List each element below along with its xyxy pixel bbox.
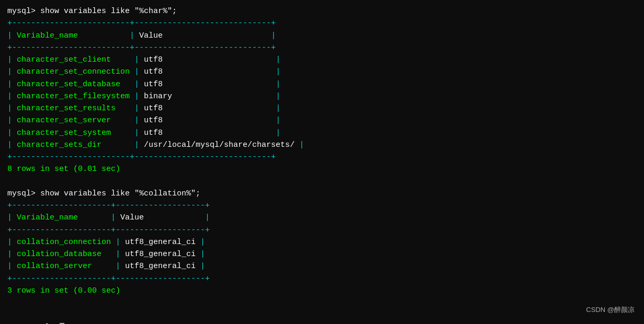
table-header-1: | Variable_name | Value | (7, 30, 637, 42)
table-border-top-1: +-------------------------+-------------… (7, 17, 637, 29)
row-collation-server: | collation_server | utf8_general_ci | (7, 260, 637, 272)
row-dir: | character_sets_dir | /usr/local/mysql/… (7, 139, 637, 151)
row-system: | character_set_system | utf8 | (7, 127, 637, 139)
empty-line-1 (7, 176, 637, 188)
terminal: mysql> show variables like "%char%"; +--… (0, 0, 644, 324)
command-line-1: mysql> show variables like "%char%"; (7, 5, 637, 17)
table-header-2: | Variable_name | Value | (7, 212, 637, 224)
row-database: | character_set_database | utf8 | (7, 78, 637, 90)
row-client: | character_set_client | utf8 | (7, 54, 637, 66)
final-prompt-line: mysql> (7, 309, 637, 324)
row-collation-database: | collation_database | utf8_general_ci | (7, 248, 637, 260)
watermark: CSDN @醉颜凉 (586, 305, 635, 315)
row-server: | character_set_server | utf8 | (7, 114, 637, 126)
command-line-2: mysql> show variables like "%collation%"… (7, 188, 637, 200)
table-border-mid-2: +---------------------+-----------------… (7, 224, 637, 236)
empty-line-2 (7, 297, 637, 309)
table-border-bot-2: +---------------------+-----------------… (7, 273, 637, 285)
row-connection: | character_set_connection | utf8 | (7, 66, 637, 78)
row-filesystem: | character_set_filesystem | binary | (7, 90, 637, 102)
row-results: | character_set_results | utf8 | (7, 102, 637, 114)
row-collation-connection: | collation_connection | utf8_general_ci… (7, 236, 637, 248)
result-2: 3 rows in set (0.00 sec) (7, 285, 637, 297)
result-1: 8 rows in set (0.01 sec) (7, 163, 637, 175)
table-border-bot-1: +-------------------------+-------------… (7, 151, 637, 163)
table-border-top-2: +---------------------+-----------------… (7, 200, 637, 212)
table-border-mid-1: +-------------------------+-------------… (7, 42, 637, 54)
